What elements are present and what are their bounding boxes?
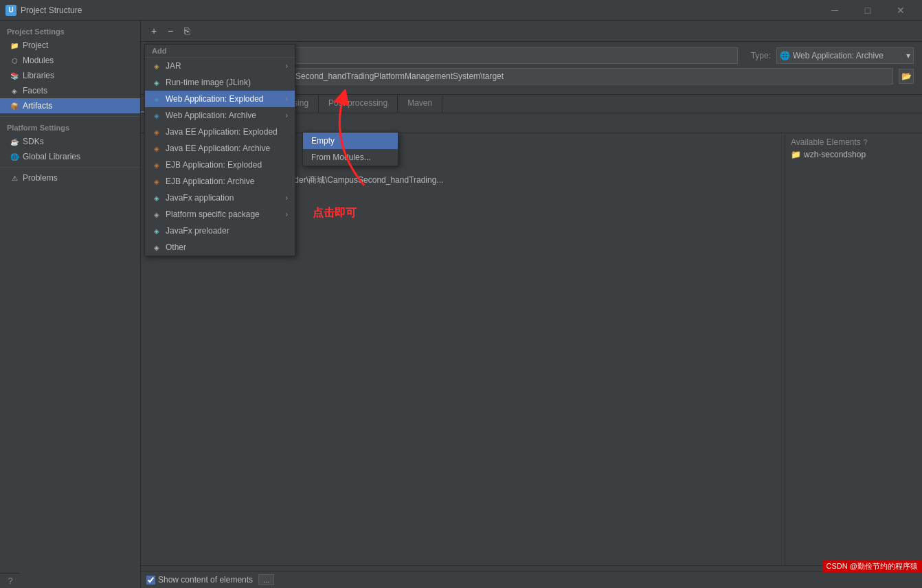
sidebar-divider	[0, 116, 140, 117]
type-select[interactable]: 🌐 Web Application: Archive ▾	[776, 47, 914, 64]
project-icon: 📁	[10, 41, 19, 50]
platform-pkg-icon: ◈	[152, 210, 161, 219]
window-title: Project Structure	[21, 5, 819, 15]
type-select-chevron: ▾	[906, 51, 910, 60]
bottom-bar: Show content of elements ...	[141, 571, 922, 588]
ejb-archive-icon: ◈	[152, 177, 161, 186]
available-elements-panel: Available Elements ? 📁 wzh-secondshop	[785, 133, 922, 565]
sub-menu: Empty From Modules...	[302, 132, 398, 166]
webapp-archive-arrow: ›	[285, 111, 288, 120]
show-content-checkbox-label[interactable]: Show content of elements	[146, 575, 253, 585]
help-button[interactable]: ?	[0, 573, 21, 588]
sidebar-divider-2	[0, 167, 140, 168]
webapp-exploded-icon: ◈	[152, 94, 161, 104]
platform-settings-header: Platform Settings	[0, 120, 140, 134]
project-settings-header: Project Settings	[0, 23, 140, 38]
menu-item-javafx-app[interactable]: ◈ JavaFx application ›	[145, 190, 295, 206]
problems-icon: ⚠	[10, 173, 19, 183]
global-lib-icon: 🌐	[10, 152, 19, 161]
sdks-icon: ☕	[10, 137, 19, 146]
title-bar: U Project Structure ─ □ ✕	[0, 0, 922, 21]
more-options-button[interactable]: ...	[258, 574, 274, 585]
sidebar-item-artifacts[interactable]: 📦 Artifacts	[0, 98, 140, 113]
type-select-icon: 🌐	[780, 51, 790, 60]
artifacts-icon: 📦	[10, 101, 19, 111]
available-item-wzh-secondshop[interactable]: 📁 wzh-secondshop	[788, 148, 919, 161]
tab-post-processing[interactable]: Post-processing	[319, 95, 398, 113]
show-content-checkbox[interactable]	[146, 576, 155, 585]
jar-arrow: ›	[285, 61, 288, 71]
javafx-app-icon: ◈	[152, 193, 161, 203]
javaee-exploded-icon: ◈	[152, 127, 161, 137]
close-button[interactable]: ✕	[885, 0, 917, 21]
sub-menu-item-from-modules[interactable]: From Modules...	[303, 149, 398, 166]
webapp-exploded-arrow: ›	[285, 94, 288, 104]
app-icon: U	[5, 5, 16, 16]
menu-item-javaee-archive[interactable]: ◈ Java EE Application: Archive	[145, 140, 295, 157]
modules-icon: ⬡	[10, 56, 19, 65]
menu-item-ejb-archive[interactable]: ◈ EJB Application: Archive	[145, 173, 295, 190]
javafx-app-arrow: ›	[285, 193, 288, 203]
menu-item-jar[interactable]: ◈ JAR ›	[145, 58, 295, 74]
browse-dir-button[interactable]: 📂	[899, 69, 914, 84]
sidebar: Project Settings 📁 Project ⬡ Modules 📚 L…	[0, 21, 141, 588]
menu-item-javaee-exploded[interactable]: ◈ Java EE Application: Exploded	[145, 124, 295, 140]
tab-maven[interactable]: Maven	[398, 95, 442, 113]
sidebar-item-facets[interactable]: ◈ Facets	[0, 83, 140, 98]
menu-item-platform-pkg[interactable]: ◈ Platform specific package ›	[145, 206, 295, 223]
csdn-watermark: CSDN @勤俭节约的程序猿	[822, 560, 922, 573]
runtime-icon: ◈	[152, 78, 161, 87]
remove-artifact-button[interactable]: −	[163, 23, 178, 38]
menu-item-javafx-preloader[interactable]: ◈ JavaFx preloader	[145, 223, 295, 239]
add-dropdown-menu: Add ◈ JAR › ◈ Run-time image (JLink) ◈ W…	[144, 44, 295, 256]
type-select-value: Web Application: Archive	[793, 51, 884, 60]
add-dropdown-header: Add	[145, 45, 295, 58]
sidebar-item-global-libraries[interactable]: 🌐 Global Libraries	[0, 149, 140, 164]
javafx-preloader-icon: ◈	[152, 226, 161, 236]
libraries-icon: 📚	[10, 71, 19, 80]
available-elements-header: Available Elements ?	[788, 136, 919, 148]
sidebar-item-problems[interactable]: ⚠ Problems	[0, 170, 140, 185]
menu-item-other[interactable]: ◈ Other	[145, 239, 295, 256]
menu-item-ejb-exploded[interactable]: ◈ EJB Application: Exploded	[145, 157, 295, 173]
sidebar-item-modules[interactable]: ⬡ Modules	[0, 53, 140, 68]
sub-menu-item-empty[interactable]: Empty	[303, 133, 398, 149]
horizontal-scrollbar[interactable]	[141, 565, 922, 571]
add-artifact-button[interactable]: +	[146, 23, 161, 38]
output-dir-input[interactable]	[210, 68, 893, 84]
sidebar-item-project[interactable]: 📁 Project	[0, 38, 140, 53]
help-icon: ?	[864, 139, 868, 146]
menu-item-runtime[interactable]: ◈ Run-time image (JLink)	[145, 74, 295, 91]
other-icon: ◈	[152, 242, 161, 252]
copy-artifact-button[interactable]: ⎘	[179, 23, 194, 38]
menu-item-webapp-exploded[interactable]: ◈ Web Application: Exploded ›	[145, 91, 295, 107]
type-label: Type:	[743, 51, 771, 60]
facets-icon: ◈	[10, 86, 19, 95]
menu-item-webapp-archive[interactable]: ◈ Web Application: Archive ›	[145, 107, 295, 124]
javaee-archive-icon: ◈	[152, 144, 161, 153]
maximize-button[interactable]: □	[852, 0, 884, 21]
minimize-button[interactable]: ─	[819, 0, 851, 21]
ejb-exploded-icon: ◈	[152, 160, 161, 170]
window-controls: ─ □ ✕	[819, 0, 917, 21]
main-toolbar: + − ⎘	[141, 21, 922, 42]
sidebar-item-libraries[interactable]: 📚 Libraries	[0, 68, 140, 83]
jar-icon: ◈	[152, 61, 161, 71]
platform-pkg-arrow: ›	[285, 210, 288, 219]
sidebar-item-sdks[interactable]: ☕ SDKs	[0, 134, 140, 149]
available-item-icon: 📁	[791, 150, 801, 159]
webapp-archive-icon: ◈	[152, 111, 161, 120]
